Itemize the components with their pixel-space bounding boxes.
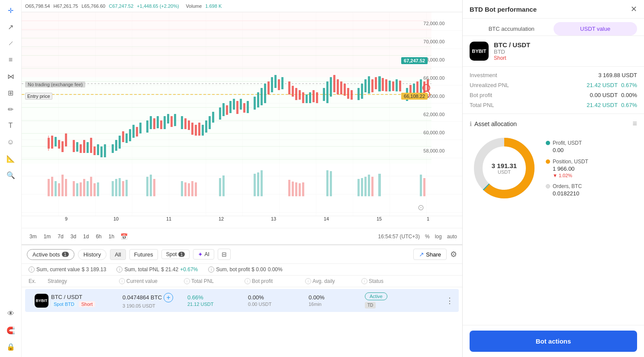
svg-rect-59 xyxy=(191,123,193,135)
svg-rect-145 xyxy=(153,179,155,196)
fork-icon[interactable]: ⋈ xyxy=(4,69,18,83)
donut-chart: 3 191.31 USDT xyxy=(470,133,539,203)
info-icon-2[interactable]: i xyxy=(116,266,122,273)
svg-rect-103 xyxy=(361,84,363,99)
x-label-15: 15 xyxy=(377,216,382,221)
cursor-icon[interactable]: ↗ xyxy=(4,20,18,34)
profit-dot xyxy=(546,141,550,145)
legend-orders: Orders, BTC 0.0182210 xyxy=(546,183,588,197)
time-7d[interactable]: 7d xyxy=(55,232,66,241)
svg-rect-60 xyxy=(195,125,197,136)
svg-rect-152 xyxy=(330,171,332,196)
log-control[interactable]: log xyxy=(435,234,442,240)
ohlc-bar: O65,798.54 H67,261.75 L65,766.60 C67,247… xyxy=(22,0,462,12)
bot-profit-pct-right: 0.00% xyxy=(621,92,637,98)
pattern-icon[interactable]: ⊞ xyxy=(4,86,18,100)
usdt-value-tab[interactable]: USDT value xyxy=(554,22,638,36)
futures-filter[interactable]: Futures xyxy=(129,249,158,260)
text-icon[interactable]: T xyxy=(4,119,18,133)
time-3d[interactable]: 3d xyxy=(68,232,79,241)
svg-rect-4 xyxy=(22,12,431,77)
info-icon-alloc[interactable]: ℹ xyxy=(470,120,472,127)
svg-rect-37 xyxy=(104,144,106,157)
svg-rect-142 xyxy=(126,180,128,196)
calendar-icon[interactable]: 📅 xyxy=(119,232,129,241)
svg-rect-161 xyxy=(191,181,193,196)
bot-actions-button[interactable]: Bot actions xyxy=(470,331,637,352)
price-chart: 72,000.00 70,000.00 68,000.00 66,000.00 … xyxy=(22,12,462,216)
time-6h[interactable]: 6h xyxy=(93,232,104,241)
all-filter[interactable]: All xyxy=(110,249,126,260)
svg-rect-154 xyxy=(371,177,374,196)
svg-rect-137 xyxy=(97,182,99,196)
svg-rect-71 xyxy=(236,101,238,114)
magnet-icon[interactable]: 🧲 xyxy=(4,323,18,337)
info-icon-ad[interactable]: i xyxy=(305,278,311,284)
svg-rect-36 xyxy=(100,146,103,157)
emoji-icon[interactable]: ☺ xyxy=(4,135,18,149)
chart-type-icon[interactable]: ≡ xyxy=(632,119,637,128)
time-3m[interactable]: 3m xyxy=(27,232,39,241)
settings-icon[interactable]: ⚙ xyxy=(450,250,457,259)
price-72000: 72,000.00 xyxy=(423,21,444,26)
time-1m[interactable]: 1m xyxy=(41,232,54,241)
svg-rect-62 xyxy=(202,125,204,136)
legend-profit-label: Profit, USDT xyxy=(546,140,588,146)
svg-rect-100 xyxy=(347,88,349,99)
total-pnl-label-right: Total PNL xyxy=(470,102,494,108)
avg-daily-pct: 0.00% xyxy=(309,294,365,301)
info-icon-1[interactable]: i xyxy=(29,266,35,273)
add-button[interactable]: + xyxy=(164,293,173,302)
svg-rect-31 xyxy=(83,140,85,153)
svg-rect-27 xyxy=(65,133,67,146)
legend-orders-label: Orders, BTC xyxy=(546,183,588,189)
sliders-icon[interactable]: ⊟ xyxy=(218,249,231,260)
svg-rect-82 xyxy=(278,79,280,90)
info-icon-st[interactable]: i xyxy=(361,278,367,284)
svg-rect-53 xyxy=(167,114,169,123)
ai-filter[interactable]: ✦ AI xyxy=(193,249,214,260)
auto-control[interactable]: auto xyxy=(447,234,457,240)
eye-icon[interactable]: 👁 xyxy=(4,307,18,321)
spot-filter[interactable]: Spot 1 xyxy=(161,250,190,259)
svg-rect-139 xyxy=(115,179,117,196)
btc-accumulation-tab[interactable]: BTC accumulation xyxy=(470,22,554,36)
history-tab[interactable]: History xyxy=(78,249,106,260)
lock-icon[interactable]: 🔒 xyxy=(4,340,18,354)
info-icon-3[interactable]: i xyxy=(208,266,214,273)
svg-rect-68 xyxy=(226,105,228,115)
info-icon-cv[interactable]: i xyxy=(119,278,125,284)
ai-star-icon: ✦ xyxy=(198,251,203,258)
screenshot-icon[interactable]: ⊙ xyxy=(418,203,424,212)
info-icon-tp[interactable]: i xyxy=(184,278,190,284)
close-panel-button[interactable]: ✕ xyxy=(631,5,637,13)
legend-position-value: 1 966.00 xyxy=(553,166,588,172)
info-icon-bp[interactable]: i xyxy=(245,278,251,284)
svg-rect-108 xyxy=(378,76,381,91)
share-button[interactable]: ↗ Share xyxy=(413,249,447,260)
trend-line-icon[interactable]: ⟋ xyxy=(4,36,18,50)
svg-rect-93 xyxy=(323,88,325,101)
percent-control[interactable]: % xyxy=(425,234,430,240)
svg-rect-28 xyxy=(73,140,75,152)
pencil-icon[interactable]: ✏ xyxy=(4,102,18,116)
zoom-icon[interactable]: 🔍 xyxy=(4,168,18,182)
right-panel-header: BTD Bot performance ✕ xyxy=(463,0,644,19)
crosshair-icon[interactable]: ✛ xyxy=(4,3,18,17)
ruler-icon[interactable]: 📐 xyxy=(4,152,18,166)
time-1d[interactable]: 1d xyxy=(80,232,91,241)
time-1h[interactable]: 1h xyxy=(106,232,117,241)
horizontal-line-icon[interactable]: ≡ xyxy=(4,53,18,67)
bot-profit-cell: 0.00% 0.00 USDT xyxy=(248,294,309,307)
more-options-button[interactable]: ⋮ xyxy=(446,296,454,305)
sum-current-value: i Sum, current value $ 3 189.13 xyxy=(29,266,106,273)
total-pnl-values: 21.42 USDT 0.67% xyxy=(587,102,637,108)
svg-rect-119 xyxy=(420,79,422,94)
total-pnl-usdt: 21.12 USDT xyxy=(187,302,248,307)
svg-rect-129 xyxy=(65,179,67,196)
unrealized-pnl-values: 21.42 USDT 0.67% xyxy=(587,82,637,88)
active-bots-tab[interactable]: Active bots 1 xyxy=(27,249,74,260)
svg-rect-112 xyxy=(392,81,394,91)
bot-actions-section: Bot actions xyxy=(463,325,644,357)
bot-table-row[interactable]: BYBIT BTC / USDT Spot BTD Short 0.047486… xyxy=(25,289,459,312)
